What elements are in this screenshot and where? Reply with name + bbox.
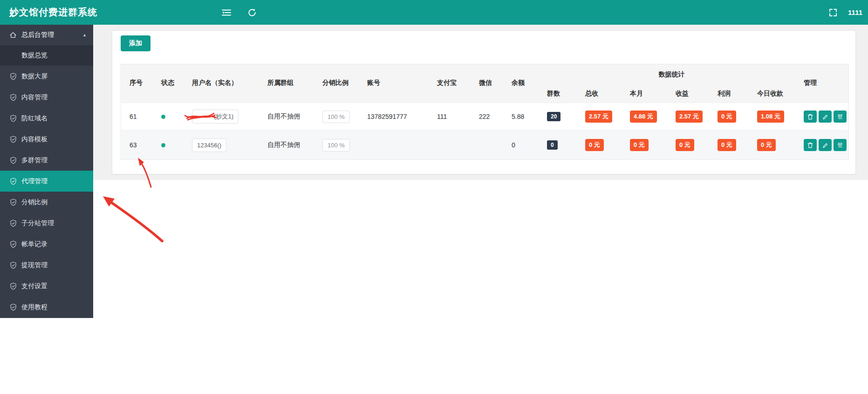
col-header-wechat: 微信 (475, 64, 508, 103)
shield-check-icon (9, 178, 17, 185)
money-badge: 0 元 (718, 139, 736, 151)
refresh-glyph (248, 8, 256, 17)
shield-check-icon (9, 115, 17, 122)
sidebar-item-content-manage[interactable]: 内容管理 (0, 87, 93, 108)
sidebar-item-label: 分销比例 (21, 198, 48, 207)
ratio-box: 100 % (322, 111, 350, 123)
menu-fold-glyph (222, 9, 231, 16)
sidebar-item-payment-settings[interactable]: 支付设置 (0, 276, 93, 297)
cell-profit: 0 元 (714, 103, 753, 130)
user-menu[interactable]: 1111 (848, 0, 862, 25)
sidebar-item-label: 子分站管理 (21, 219, 54, 228)
sidebar-item-label: 内容管理 (21, 93, 48, 102)
app-root: 妙文馆付费进群系统 111 (0, 0, 868, 394)
money-badge: 2.57 元 (585, 111, 612, 123)
shield-check-icon (9, 304, 17, 311)
sidebar-item-data-overview[interactable]: 数据总览 (0, 45, 93, 66)
sidebar-item-label: 防红域名 (21, 114, 48, 123)
sidebar-item-distribution-ratio[interactable]: 分销比例 (0, 192, 93, 213)
cell-seq: 63 (121, 131, 150, 159)
cell-actions: 登 (800, 103, 848, 130)
cell-username: 123456() (181, 131, 264, 159)
col-header-manage: 管理 (800, 64, 848, 103)
content-card: 添加 序号 状态 用户名（实名） 所属群组 分销比例 账号 支付宝 微信 余额 … (112, 30, 856, 174)
cell-wechat: 222 (475, 103, 508, 130)
cell-ratio: 100 % (319, 131, 363, 159)
fullscreen-glyph (829, 8, 837, 17)
agents-table: 序号 状态 用户名（实名） 所属群组 分销比例 账号 支付宝 微信 余额 群数 … (121, 64, 849, 160)
shield-check-icon (9, 220, 17, 227)
cell-alipay (433, 131, 475, 159)
cell-status (150, 131, 181, 159)
sidebar-item-antired-domain[interactable]: 防红域名 (0, 108, 93, 129)
money-badge: 4.88 元 (630, 111, 657, 123)
sidebar-item-label: 内容模板 (21, 135, 48, 144)
app-title: 妙文馆付费进群系统 (9, 0, 97, 25)
delete-button[interactable] (804, 111, 817, 123)
edit-button[interactable] (819, 139, 832, 151)
cell-alipay: 111 (433, 103, 475, 130)
edit-button[interactable] (819, 111, 832, 123)
cell-profit: 0 元 (714, 131, 753, 159)
delete-button[interactable] (804, 139, 817, 151)
ratio-box: 100 % (322, 139, 350, 152)
cell-group: 自用不抽佣 (264, 131, 319, 159)
money-badge: 2.57 元 (676, 111, 703, 123)
trash-icon (807, 114, 813, 120)
sidebar-item-label: 提现管理 (21, 261, 48, 270)
money-badge: 0 元 (585, 139, 604, 151)
shield-check-icon (9, 73, 17, 80)
col-group-header-statistics: 数据统计 (543, 70, 800, 79)
table-row: 61 (妙文1) (121, 103, 848, 130)
fullscreen-icon[interactable] (827, 6, 840, 19)
cell-wechat (475, 131, 508, 159)
cell-today-income: 0 元 (753, 131, 800, 159)
sidebar-item-multi-group[interactable]: 多群管理 (0, 150, 93, 171)
sidebar: 总后台管理 ▲ 数据总览 数据大屏 内容管理 防红域名 内容模板 多群管理 (0, 25, 93, 318)
shield-check-icon (9, 283, 17, 290)
home-icon (9, 31, 17, 39)
status-online-dot (161, 115, 165, 119)
cell-status (150, 103, 181, 130)
sidebar-item-label: 支付设置 (21, 282, 48, 290)
sidebar-item-billing-records[interactable]: 帐单记录 (0, 234, 93, 255)
refresh-icon[interactable] (246, 6, 259, 19)
cell-group: 自用不抽佣 (264, 103, 319, 130)
money-badge: 0 元 (676, 139, 694, 151)
sidebar-item-root-admin[interactable]: 总后台管理 ▲ (0, 25, 93, 45)
col-header-ratio: 分销比例 (319, 64, 363, 103)
cell-actions: 登 (800, 131, 848, 159)
sidebar-item-agent-manage[interactable]: 代理管理 (0, 171, 93, 192)
menu-fold-icon[interactable] (220, 6, 233, 19)
add-button[interactable]: 添加 (121, 35, 150, 51)
topbar: 妙文馆付费进群系统 111 (0, 0, 868, 25)
shield-check-icon (9, 262, 17, 269)
table-header: 序号 状态 用户名（实名） 所属群组 分销比例 账号 支付宝 微信 余额 群数 … (121, 64, 848, 103)
cell-group-count: 20 (543, 103, 581, 130)
col-header-group: 所属群组 (264, 64, 319, 103)
sidebar-item-substation-manage[interactable]: 子分站管理 (0, 213, 93, 234)
sidebar-item-label: 帐单记录 (21, 240, 48, 249)
sidebar-item-data-screen[interactable]: 数据大屏 (0, 66, 93, 87)
username-box: 123456() (192, 138, 226, 152)
col-header-status: 状态 (150, 64, 181, 103)
cell-balance: 0 (508, 131, 543, 159)
count-badge: 20 (547, 112, 560, 121)
sidebar-item-tutorial[interactable]: 使用教程 (0, 297, 93, 318)
sidebar-item-withdraw-manage[interactable]: 提现管理 (0, 255, 93, 276)
sidebar-item-content-template[interactable]: 内容模板 (0, 129, 93, 150)
content-area: 添加 序号 状态 用户名（实名） 所属群组 分销比例 账号 支付宝 微信 余额 … (93, 25, 868, 180)
money-badge: 0 元 (757, 139, 776, 151)
cell-income: 0 元 (672, 131, 714, 159)
shield-check-icon (9, 241, 17, 248)
cell-seq: 61 (121, 103, 150, 130)
cell-username: (妙文1) (181, 103, 264, 130)
sidebar-item-label: 多群管理 (21, 156, 48, 165)
cell-balance: 5.88 (508, 103, 543, 130)
username-box: (妙文1) (192, 110, 239, 124)
login-as-button[interactable]: 登 (834, 139, 847, 151)
money-badge: 0 元 (630, 139, 649, 151)
sidebar-item-label: 总后台管理 (21, 31, 54, 39)
login-as-button[interactable]: 登 (834, 111, 847, 123)
money-badge: 1.08 元 (757, 111, 784, 123)
